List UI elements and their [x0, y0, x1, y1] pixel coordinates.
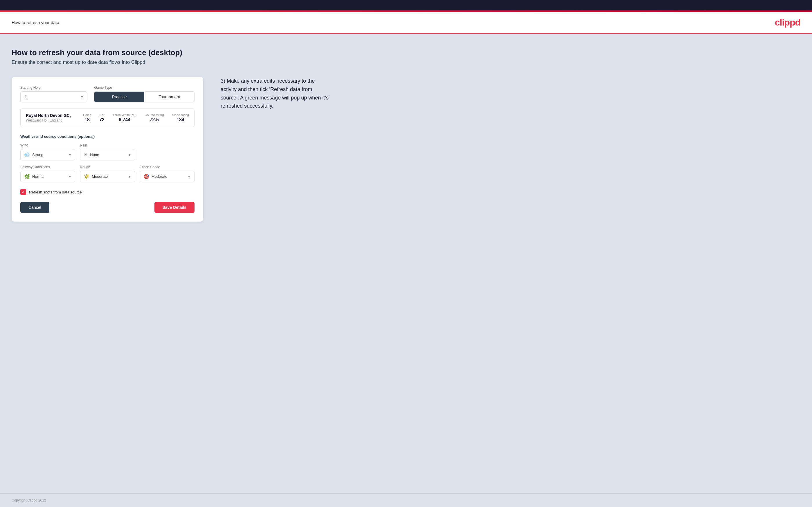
cancel-button[interactable]: Cancel	[20, 202, 49, 213]
starting-hole-select-wrapper[interactable]: 1 10 ▼	[20, 91, 87, 102]
refresh-label: Refresh shots from data source	[29, 190, 82, 194]
checkmark-icon: ✓	[22, 190, 25, 194]
game-type-label: Game Type	[94, 86, 195, 90]
top-bar	[0, 0, 812, 10]
page-heading: How to refresh your data from source (de…	[12, 48, 800, 57]
wind-chevron-icon: ▼	[68, 153, 71, 157]
rough-select[interactable]: 🌾 Moderate ▼	[80, 171, 135, 182]
fairway-rough-green-row: Fairway Conditions 🌿 Normal ▼ Rough 🌾 Mo…	[20, 165, 195, 182]
wind-label: Wind	[20, 143, 75, 147]
practice-button[interactable]: Practice	[94, 92, 144, 102]
rain-group: Rain ☀ None ▼	[80, 143, 135, 160]
slope-value: 134	[176, 117, 184, 122]
fairway-select[interactable]: 🌿 Normal ▼	[20, 171, 75, 182]
yards-label: Yards/White (M))	[113, 113, 137, 117]
rough-label: Rough	[80, 165, 135, 169]
conditions-grid: Wind 💨 Strong ▼ Rain ☀ None ▼	[20, 143, 195, 182]
wind-select[interactable]: 💨 Strong ▼	[20, 149, 75, 160]
fairway-chevron-icon: ▼	[68, 175, 71, 178]
save-button[interactable]: Save Details	[154, 202, 195, 213]
par-value: 72	[99, 117, 104, 122]
main-content: How to refresh your data from source (de…	[0, 34, 812, 493]
course-rating-value: 72.5	[150, 117, 159, 122]
green-speed-value: Moderate	[152, 174, 188, 179]
course-location: Westward Ho!, England	[26, 118, 71, 122]
course-stat-par: Par 72	[99, 113, 104, 122]
green-speed-group: Green Speed 🎯 Moderate ▼	[140, 165, 195, 182]
wind-value: Strong	[32, 153, 68, 157]
fairway-group: Fairway Conditions 🌿 Normal ▼	[20, 165, 75, 182]
wind-icon: 💨	[24, 152, 30, 158]
course-name: Royal North Devon GC,	[26, 113, 71, 118]
course-stat-rating: Course rating 72.5	[145, 113, 164, 122]
spacer	[140, 143, 195, 160]
content-area: Starting Hole 1 10 ▼ Game Type Practice …	[12, 77, 800, 222]
header: How to refresh your data clippd	[0, 12, 812, 34]
footer: Copyright Clippd 2022	[0, 493, 812, 507]
holes-label: Holes	[83, 113, 91, 117]
slope-label: Slope rating	[172, 113, 189, 117]
conditions-section-label: Weather and course conditions (optional)	[20, 134, 195, 138]
green-speed-icon: 🎯	[143, 174, 149, 179]
starting-hole-label: Starting Hole	[20, 86, 87, 90]
holes-value: 18	[85, 117, 90, 122]
course-name-block: Royal North Devon GC, Westward Ho!, Engl…	[26, 113, 71, 122]
course-stat-holes: Holes 18	[83, 113, 91, 122]
header-title: How to refresh your data	[12, 20, 59, 25]
course-rating-label: Course rating	[145, 113, 164, 117]
refresh-checkbox[interactable]: ✓	[20, 189, 26, 195]
par-label: Par	[99, 113, 104, 117]
refresh-row: ✓ Refresh shots from data source	[20, 189, 195, 195]
rain-select[interactable]: ☀ None ▼	[80, 149, 135, 160]
form-row-top: Starting Hole 1 10 ▼ Game Type Practice …	[20, 86, 195, 102]
form-card: Starting Hole 1 10 ▼ Game Type Practice …	[12, 77, 203, 222]
rough-chevron-icon: ▼	[128, 175, 131, 178]
rain-label: Rain	[80, 143, 135, 147]
fairway-label: Fairway Conditions	[20, 165, 75, 169]
green-speed-select[interactable]: 🎯 Moderate ▼	[140, 171, 195, 182]
game-type-toggle: Practice Tournament	[94, 91, 195, 102]
page-subheading: Ensure the correct and most up to date d…	[12, 59, 800, 65]
footer-copyright: Copyright Clippd 2022	[12, 498, 46, 502]
green-speed-label: Green Speed	[140, 165, 195, 169]
tournament-button[interactable]: Tournament	[144, 92, 194, 102]
action-row: Cancel Save Details	[20, 202, 195, 213]
wind-rain-row: Wind 💨 Strong ▼ Rain ☀ None ▼	[20, 143, 195, 160]
rain-chevron-icon: ▼	[128, 153, 131, 157]
green-speed-chevron-icon: ▼	[188, 175, 191, 178]
rain-value: None	[90, 153, 128, 157]
starting-hole-select[interactable]: 1 10	[20, 91, 87, 102]
course-info-box: Royal North Devon GC, Westward Ho!, Engl…	[20, 108, 195, 127]
rough-group: Rough 🌾 Moderate ▼	[80, 165, 135, 182]
rough-value: Moderate	[92, 174, 128, 179]
instruction-text: 3) Make any extra edits necessary to the…	[221, 77, 331, 110]
instruction-panel: 3) Make any extra edits necessary to the…	[221, 77, 331, 110]
logo: clippd	[775, 17, 800, 28]
fairway-icon: 🌿	[24, 174, 30, 179]
rough-icon: 🌾	[84, 174, 89, 179]
course-stat-yards: Yards/White (M)) 6,744	[113, 113, 137, 122]
yards-value: 6,744	[119, 117, 130, 122]
starting-hole-group: Starting Hole 1 10 ▼	[20, 86, 87, 102]
course-stat-slope: Slope rating 134	[172, 113, 189, 122]
rain-icon: ☀	[84, 152, 88, 158]
course-stats: Holes 18 Par 72 Yards/White (M)) 6,744 C…	[83, 113, 189, 122]
wind-group: Wind 💨 Strong ▼	[20, 143, 75, 160]
game-type-group: Game Type Practice Tournament	[94, 86, 195, 102]
fairway-value: Normal	[32, 174, 68, 179]
